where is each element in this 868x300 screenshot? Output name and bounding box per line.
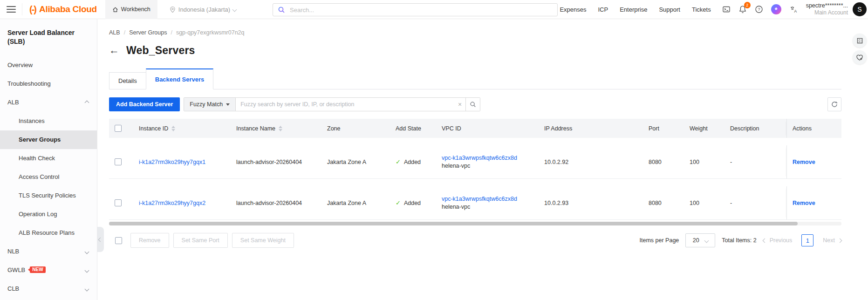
match-mode-label: Fuzzy Match: [190, 101, 223, 108]
hamburger-menu-icon[interactable]: [7, 6, 16, 13]
sidebar-item-instances[interactable]: Instances: [0, 112, 97, 130]
chevron-up-icon: [85, 101, 89, 105]
sidebar-item-access-control[interactable]: Access Control: [0, 168, 97, 186]
page-number-current[interactable]: 1: [801, 234, 813, 246]
survey-checklist-button[interactable]: [853, 34, 867, 48]
help-icon[interactable]: ?: [755, 5, 763, 14]
add-state: ✓Added: [390, 186, 436, 220]
sort-icon[interactable]: [279, 126, 282, 131]
sidebar-item-label: ALB Resource Plans: [19, 229, 75, 236]
port: 8080: [643, 186, 684, 220]
support-link[interactable]: Support: [659, 6, 680, 13]
column-weight: Weight: [684, 119, 724, 138]
location-pin-icon: [170, 6, 176, 13]
sidebar-item-operation-log[interactable]: Operation Log: [0, 205, 97, 224]
instance-id-link[interactable]: i-k1a27rm3ko29hyy7gqx2: [139, 200, 205, 206]
refresh-icon: [831, 101, 838, 108]
sidebar-group-gwlb[interactable]: GWLBNEW: [0, 261, 97, 280]
next-page-button[interactable]: Next: [823, 237, 841, 244]
pagination: Items per Page 20 Total Items: 2 Previou…: [640, 233, 841, 247]
main-content: ALB / Server Groups / sgp-qpy7exgrkwsmr0…: [97, 19, 868, 300]
sidebar-collapse-handle[interactable]: [97, 227, 104, 252]
row-checkbox[interactable]: [115, 199, 122, 206]
tickets-link[interactable]: Tickets: [692, 6, 711, 13]
sidebar-item-tls-security-policies[interactable]: TLS Security Policies: [0, 186, 97, 205]
header-divider: [22, 3, 22, 15]
home-icon: [112, 7, 118, 13]
clear-search-icon[interactable]: ×: [458, 101, 462, 108]
tab-details[interactable]: Details: [109, 72, 146, 89]
sidebar-group-alb[interactable]: ALB: [0, 93, 97, 112]
weight: 100: [684, 145, 724, 179]
set-same-weight-button[interactable]: Set Same Weight: [232, 233, 294, 248]
logo-text: Alibaba Cloud: [39, 4, 97, 14]
sidebar-item-server-groups[interactable]: Server Groups: [0, 130, 97, 149]
horizontal-scrollbar-track: [109, 222, 841, 225]
region-selector[interactable]: Indonesia (Jakarta): [170, 6, 236, 13]
account-menu[interactable]: spectre********... Main Account: [806, 2, 848, 16]
remove-button[interactable]: Remove: [130, 233, 169, 248]
vpc-id-link[interactable]: vpc-k1a3wrwpsfkqtw6c6zx8d: [442, 195, 533, 203]
zone: Jakarta Zone A: [321, 186, 390, 220]
workbench-button[interactable]: Workbench: [105, 0, 157, 19]
column-ip-address: IP Address: [539, 119, 643, 138]
column-add-state: Add State: [390, 119, 436, 138]
enterprise-link[interactable]: Enterprise: [620, 6, 647, 13]
health-status-button[interactable]: [853, 50, 867, 64]
set-same-port-button[interactable]: Set Same Port: [173, 233, 228, 248]
ai-assistant-icon[interactable]: *: [771, 4, 781, 14]
remove-link[interactable]: Remove: [793, 200, 815, 206]
instance-id-link[interactable]: i-k1a27rm3ko29hyy7gqx1: [139, 159, 205, 165]
avatar[interactable]: S: [853, 2, 867, 16]
translate-icon[interactable]: A: [789, 5, 798, 14]
select-all-checkbox[interactable]: [115, 125, 122, 132]
sidebar-item-label: ALB: [7, 99, 19, 106]
alibaba-cloud-logo[interactable]: (-) Alibaba Cloud: [29, 4, 97, 15]
sidebar-item-health-check[interactable]: Health Check: [0, 149, 97, 168]
footer-select-all-checkbox[interactable]: [115, 237, 122, 244]
sidebar-group-nlb[interactable]: NLB: [0, 242, 97, 261]
back-arrow-icon[interactable]: ←: [109, 45, 119, 55]
sidebar-item-troubleshooting[interactable]: Troubleshooting: [0, 75, 97, 93]
sidebar-item-label: TLS Security Policies: [19, 192, 76, 199]
icp-link[interactable]: ICP: [598, 6, 608, 13]
search-icon: [278, 6, 285, 14]
remove-link[interactable]: Remove: [793, 159, 815, 165]
logo-icon: (-): [29, 4, 36, 15]
global-search-input[interactable]: [289, 6, 557, 14]
search-submit-button[interactable]: [465, 98, 480, 111]
sidebar-group-clb[interactable]: CLB: [0, 280, 97, 298]
table-row: i-k1a27rm3ko29hyy7gqx1 launch-advisor-20…: [109, 145, 841, 179]
sidebar-item-overview[interactable]: Overview: [0, 56, 97, 75]
cloud-shell-terminal-icon[interactable]: [722, 5, 731, 14]
horizontal-scrollbar[interactable]: [109, 222, 798, 225]
row-checkbox-cell: [109, 186, 133, 220]
expenses-link[interactable]: Expenses: [560, 6, 586, 13]
previous-page-button[interactable]: Previous: [763, 237, 793, 244]
sidebar-item-alb-resource-plans[interactable]: ALB Resource Plans: [0, 224, 97, 242]
sidebar-item-label: Server Groups: [19, 136, 61, 143]
server-search-input[interactable]: [236, 98, 458, 111]
row-checkbox[interactable]: [115, 158, 122, 165]
sidebar-item-label: Health Check: [19, 155, 55, 162]
vpc-id-link[interactable]: vpc-k1a3wrwpsfkqtw6c6zx8d: [442, 154, 533, 162]
weight: 100: [684, 186, 724, 220]
svg-text:A: A: [794, 9, 797, 14]
add-backend-server-button[interactable]: Add Backend Server: [109, 97, 180, 111]
breadcrumb-separator: /: [124, 29, 125, 36]
sidebar-item-label: Access Control: [19, 173, 59, 180]
sort-icon[interactable]: [171, 126, 175, 131]
breadcrumb-alb[interactable]: ALB: [109, 29, 120, 36]
breadcrumb-server-groups[interactable]: Server Groups: [129, 29, 167, 36]
health-heart-icon: [856, 54, 863, 61]
notifications-bell-icon[interactable]: 2: [738, 5, 747, 14]
global-search-box[interactable]: [273, 3, 558, 16]
tab-backend-servers[interactable]: Backend Servers: [146, 68, 214, 89]
ip-address: 10.0.2.92: [539, 145, 643, 179]
match-mode-dropdown[interactable]: Fuzzy Match: [184, 98, 236, 111]
notification-badge: 2: [744, 2, 751, 8]
items-per-page-select[interactable]: 20: [685, 233, 715, 247]
column-description: Description: [724, 119, 786, 138]
refresh-button[interactable]: [827, 97, 841, 111]
new-badge: NEW: [30, 266, 45, 273]
